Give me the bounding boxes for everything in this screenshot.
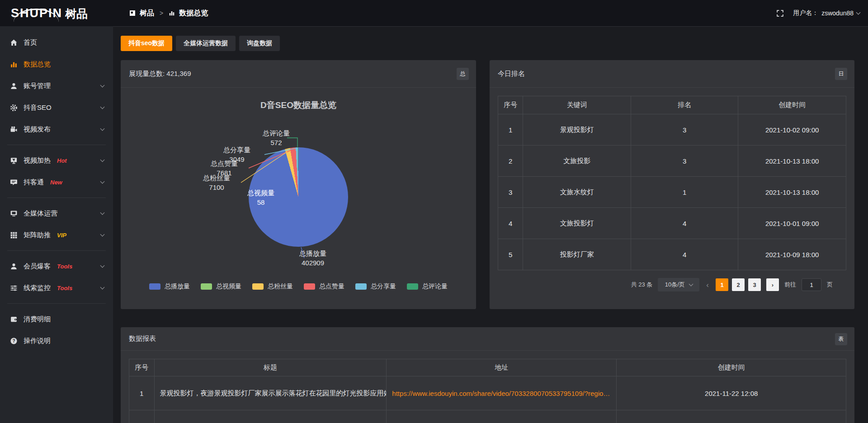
prev-page-button[interactable]: ‹ [705, 281, 710, 289]
page-number-button-1[interactable]: 1 [716, 278, 728, 291]
legend-swatch [304, 283, 315, 290]
column-header: 创建时间 [617, 359, 846, 376]
sidebar-item-11[interactable]: 线索监控Tools [0, 277, 113, 299]
table-cell: 4 [631, 208, 738, 239]
chat-icon [10, 179, 18, 186]
day-badge-button[interactable]: 日 [835, 68, 847, 80]
table-cell: 2021-10-13 18:00 [738, 146, 846, 177]
app-logo[interactable]: SHUPIN 树品 [0, 7, 113, 19]
legend-label: 总视频量 [216, 282, 241, 291]
column-header: 关键词 [523, 96, 631, 114]
chevron-down-icon [856, 10, 861, 15]
tab-1[interactable]: 抖音seo数据 [121, 36, 172, 51]
table-cell: 1 [631, 177, 738, 208]
app-square-icon [129, 10, 136, 16]
sidebar-item-label: 数据总览 [24, 60, 51, 69]
chevron-down-icon [689, 282, 693, 287]
topbar: SHUPIN 树品 树品 > 数据总览 用户名：zswodun88 [0, 0, 868, 26]
sidebar-item-6[interactable]: 视频加热Hot [0, 150, 113, 171]
legend-label: 总播放量 [165, 282, 190, 291]
page-size-select[interactable]: 10条/页 [658, 278, 699, 291]
sidebar-item-label: 账号管理 [24, 82, 51, 90]
sidebar-item-label: 抖音SEO [24, 103, 52, 112]
legend-item-6[interactable]: 总评论量 [407, 282, 448, 291]
chart-legend: 总播放量总视频量总粉丝量总点赞量总分享量总评论量 [121, 282, 476, 291]
table-cell: 3 [631, 114, 738, 146]
goto-page-input[interactable] [802, 278, 821, 291]
sliders-icon [10, 284, 18, 292]
legend-label: 总点赞量 [319, 282, 344, 291]
pie-label-plays: 总播放量402909 [286, 249, 340, 268]
page-number-button-3[interactable]: 3 [748, 278, 761, 291]
table-cell: 2021-10-09 18:00 [738, 239, 846, 270]
ranking-table: 序号关键词排名创建时间 1景观投影灯32021-10-02 09:002文旅投影… [498, 96, 846, 270]
table-cell: 4 [498, 208, 523, 239]
column-header: 标题 [154, 359, 387, 376]
chevron-down-icon [100, 83, 105, 88]
legend-item-2[interactable]: 总视频量 [201, 282, 241, 291]
table-cell: 1 [498, 114, 523, 146]
page-number-button-2[interactable]: 2 [732, 278, 745, 291]
chevron-down-icon [100, 232, 105, 237]
chevron-down-icon [100, 263, 105, 268]
table-header-row: 序号标题地址创建时间 [129, 359, 846, 376]
next-page-button[interactable]: › [766, 278, 779, 291]
table-badge-button[interactable]: 表 [835, 333, 847, 345]
sidebar-item-badge: Tools [57, 263, 72, 270]
sidebar-item-5[interactable]: 视频发布 [0, 118, 113, 140]
table-row: 3文旅水纹灯12021-10-13 18:00 [498, 177, 846, 208]
sidebar-item-label: 首页 [24, 38, 37, 47]
sidebar-item-9[interactable]: 矩阵助推VIP [0, 224, 113, 246]
sidebar-item-badge: Tools [57, 285, 72, 291]
sidebar-item-label: 矩阵助推 [24, 231, 51, 240]
sidebar-item-4[interactable]: 抖音SEO [0, 97, 113, 118]
breadcrumb: 树品 > 数据总览 [129, 9, 208, 18]
table-cell: 1 [129, 376, 155, 410]
legend-item-3[interactable]: 总粉丝量 [252, 282, 293, 291]
sidebar-divider [7, 145, 106, 145]
question-icon: ? [10, 337, 18, 345]
gear-icon [10, 104, 18, 112]
table-cell: 文旅水纹灯 [523, 177, 631, 208]
legend-label: 总分享量 [371, 282, 396, 291]
video-camera-icon [10, 126, 18, 133]
report-date-cell: 2021-11-22 12:08 [617, 376, 846, 410]
member-icon [10, 263, 18, 270]
legend-swatch [407, 283, 418, 290]
sidebar-item-label: 全媒体运营 [24, 209, 57, 218]
legend-item-4[interactable]: 总点赞量 [304, 282, 344, 291]
table-row [129, 410, 846, 423]
user-menu[interactable]: 用户名：zswodun88 [793, 9, 860, 17]
monitor-icon [10, 210, 18, 217]
ranking-panel-title: 今日排名 [490, 60, 854, 88]
bar-chart-icon [169, 10, 175, 16]
total-badge-button[interactable]: 总 [457, 68, 469, 80]
tab-2[interactable]: 全媒体运营数据 [176, 36, 236, 51]
table-cell: 文旅投影 [523, 146, 631, 177]
breadcrumb-separator: > [160, 9, 163, 17]
chevron-down-icon [100, 211, 105, 215]
breadcrumb-root[interactable]: 树品 [140, 9, 154, 18]
svg-text:?: ? [12, 338, 15, 343]
legend-item-5[interactable]: 总分享量 [355, 282, 396, 291]
sidebar-item-3[interactable]: 账号管理 [0, 75, 113, 97]
sidebar-item-10[interactable]: 会员爆客Tools [0, 255, 113, 277]
sidebar-item-1[interactable]: 首页 [0, 32, 113, 53]
goto-unit: 页 [827, 281, 833, 289]
sidebar-item-7[interactable]: 抖客通New [0, 171, 113, 193]
tab-3[interactable]: 询盘数据 [239, 36, 280, 51]
table-cell: 投影灯厂家 [523, 239, 631, 270]
main-content: 抖音seo数据全媒体运营数据询盘数据 展现量总数: 421,369 总 D音SE… [113, 26, 868, 423]
legend-item-1[interactable]: 总播放量 [149, 282, 190, 291]
sidebar-item-label: 操作说明 [24, 337, 51, 345]
chevron-down-icon [100, 179, 105, 184]
video-link[interactable]: https://www.iesdouyin.com/share/video/70… [392, 390, 610, 397]
username-label: 用户名： [793, 9, 818, 17]
sidebar-item-label: 视频加热 [24, 156, 51, 165]
pie-chart: D音SEO数据量总览 总评论量572 总分享量3049 [121, 88, 476, 309]
sidebar-item-12[interactable]: 消费明细 [0, 308, 113, 330]
sidebar-item-8[interactable]: 全媒体运营 [0, 202, 113, 224]
fullscreen-icon[interactable] [776, 9, 784, 17]
sidebar-item-2[interactable]: 数据总览 [0, 53, 113, 75]
sidebar-item-13[interactable]: ?操作说明 [0, 330, 113, 352]
